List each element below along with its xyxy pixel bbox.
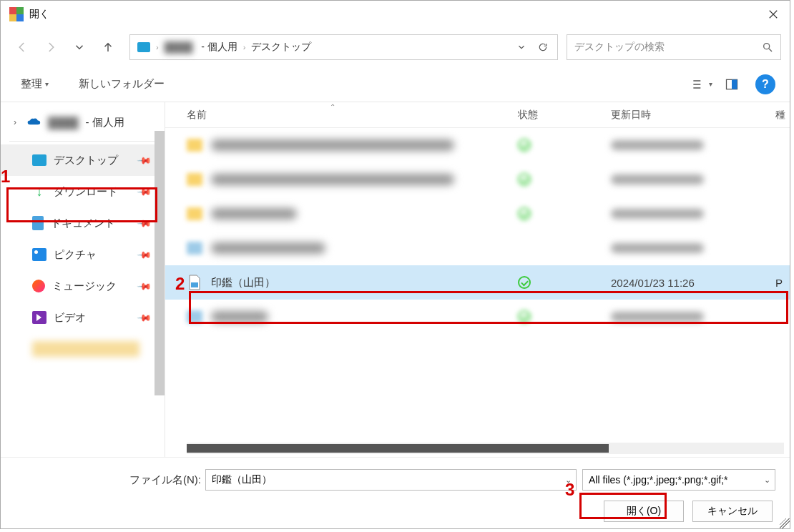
sidebar-item-music[interactable]: ミュージック 📌: [1, 270, 165, 302]
document-icon: [32, 216, 44, 230]
annotation-3-number: 3: [565, 480, 574, 500]
folder-icon: [187, 173, 202, 186]
sidebar-scrollbar[interactable]: [155, 131, 165, 395]
sidebar-item-label: デスクトップ: [54, 154, 118, 167]
video-icon: [32, 311, 46, 324]
refresh-button[interactable]: [536, 40, 550, 54]
file-type-initial: P: [775, 277, 790, 289]
file-row-blurred[interactable]: [165, 300, 790, 334]
sidebar-item-documents[interactable]: ドキュメント 📌: [1, 207, 165, 239]
pin-icon: 📌: [137, 310, 152, 325]
image-file-icon: [187, 275, 202, 290]
sidebar-item-label: ミュージック: [52, 280, 117, 293]
filetype-select[interactable]: All files (*.jpg;*.jpeg;*.png;*.gif;* ⌄: [582, 469, 775, 491]
search-icon: [762, 41, 773, 53]
breadcrumb-folder[interactable]: デスクトップ: [248, 41, 314, 54]
filename-label: ファイル名(N):: [129, 473, 201, 487]
file-name: 印鑑（山田）: [211, 276, 518, 290]
column-header-modified[interactable]: 更新日時: [611, 109, 775, 122]
pin-icon: 📌: [137, 184, 152, 200]
desktop-icon: [32, 154, 46, 166]
organize-menu[interactable]: 整理▾: [15, 74, 54, 94]
cancel-button[interactable]: キャンセル: [692, 501, 773, 522]
file-row-blurred[interactable]: [165, 162, 790, 197]
sidebar-item-label: ピクチャ: [54, 248, 97, 262]
search-placeholder: デスクトップの検索: [574, 41, 762, 54]
annotation-2-number: 2: [175, 274, 185, 294]
app-icon: [9, 7, 24, 21]
up-button[interactable]: [95, 34, 121, 60]
preview-pane-button[interactable]: [720, 72, 744, 97]
pin-icon: 📌: [137, 152, 152, 168]
sidebar-item-label: ビデオ: [54, 311, 86, 325]
sidebar-item-label: ダウンロード: [54, 185, 118, 199]
address-bar[interactable]: › ████ - 個人用 › デスクトップ: [129, 34, 558, 60]
music-icon: [32, 280, 45, 292]
download-icon: ↓: [32, 184, 46, 199]
sync-ok-icon: [518, 276, 531, 289]
close-button[interactable]: [757, 1, 790, 28]
svg-rect-2: [732, 79, 737, 89]
sidebar-item-downloads[interactable]: ↓ ダウンロード 📌: [1, 176, 165, 207]
annotation-1-number: 1: [1, 167, 10, 187]
onedrive-icon: [26, 115, 41, 129]
pin-icon: 📌: [137, 278, 152, 294]
file-row-selected[interactable]: 印鑑（山田） 2024/01/23 11:26 P: [165, 265, 790, 300]
folder-icon: [187, 242, 202, 255]
address-dropdown-button[interactable]: [514, 40, 529, 54]
sort-indicator-icon: ⌃: [330, 103, 335, 111]
open-button[interactable]: 開く(O): [604, 501, 684, 522]
sidebar-item-blurred[interactable]: [1, 333, 165, 365]
pin-icon: 📌: [137, 247, 152, 262]
blurred-user: ████: [165, 41, 193, 53]
folder-icon: [187, 139, 202, 152]
svg-point-0: [764, 44, 770, 49]
svg-rect-3: [191, 282, 198, 287]
horizontal-scrollbar[interactable]: [187, 443, 784, 454]
sidebar-item-onedrive[interactable]: › ████ - 個人用: [1, 107, 165, 138]
column-header-status[interactable]: 状態: [518, 109, 611, 122]
sidebar: › ████ - 個人用 デスクトップ 📌 ↓ ダウンロード 📌 ドキュメント …: [1, 102, 165, 457]
chevron-right-icon: ›: [11, 117, 19, 127]
file-list: 名前 ⌃ 状態 更新日時 種: [165, 102, 790, 457]
file-row-blurred[interactable]: [165, 231, 790, 265]
blurred-user-sidebar: ████: [48, 117, 79, 129]
view-menu[interactable]: [686, 72, 710, 97]
help-button[interactable]: ?: [755, 74, 775, 94]
picture-icon: [32, 248, 46, 261]
sidebar-item-desktop[interactable]: デスクトップ 📌: [1, 144, 165, 176]
file-row-blurred[interactable]: [165, 197, 790, 231]
sidebar-item-label: ドキュメント: [51, 217, 115, 230]
filename-input[interactable]: 印鑑（山田） ⌄: [205, 469, 577, 491]
view-caret: ▾: [709, 80, 712, 88]
sidebar-item-videos[interactable]: ビデオ 📌: [1, 302, 165, 333]
recent-locations-button[interactable]: [67, 34, 92, 60]
column-header-name[interactable]: 名前 ⌃: [187, 109, 518, 122]
window-title: 開く: [29, 8, 49, 21]
file-date: 2024/01/23 11:26: [611, 277, 775, 289]
personal-suffix: - 個人用: [201, 41, 237, 54]
file-row-blurred[interactable]: [165, 128, 790, 162]
folder-icon: [187, 310, 202, 323]
new-folder-button[interactable]: 新しいフォルダー: [73, 74, 170, 94]
back-button[interactable]: [9, 34, 35, 60]
onedrive-label: - 個人用: [86, 116, 124, 129]
monitor-icon: [137, 42, 150, 52]
resize-grip[interactable]: [780, 518, 790, 528]
search-input[interactable]: デスクトップの検索: [567, 34, 781, 60]
sidebar-item-pictures[interactable]: ピクチャ 📌: [1, 239, 165, 270]
chevron-down-icon: ⌄: [764, 476, 770, 485]
column-header-type[interactable]: 種: [775, 109, 790, 122]
forward-button[interactable]: [38, 34, 64, 60]
pin-icon: 📌: [137, 215, 152, 231]
folder-icon: [187, 207, 202, 220]
